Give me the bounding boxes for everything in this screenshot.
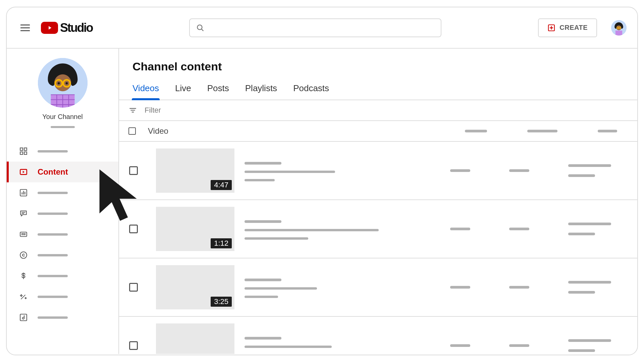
nav-label-placeholder (38, 233, 68, 236)
nav-label: Content (38, 167, 68, 177)
desc-placeholder (245, 287, 317, 290)
main-content: Channel content Videos Live Posts Playli… (119, 49, 637, 354)
video-row[interactable]: 3:25 (119, 258, 637, 317)
nav-label-placeholder (38, 192, 68, 194)
filter-bar[interactable]: Filter (119, 100, 637, 121)
cell-placeholder (509, 286, 529, 289)
sidebar-item-dashboard[interactable] (7, 141, 118, 162)
dollar-icon (19, 272, 28, 280)
sidebar-item-comments[interactable] (7, 203, 118, 224)
magic-wand-icon (19, 292, 28, 301)
title-placeholder (245, 162, 281, 165)
cell-placeholder (568, 233, 595, 235)
video-duration: 1:12 (211, 238, 232, 248)
sidebar: Your Channel Content (7, 49, 119, 354)
channel-block: Your Channel (7, 58, 118, 133)
tab-playlists[interactable]: Playlists (245, 80, 277, 100)
svg-rect-16 (24, 152, 27, 155)
desc-placeholder (245, 179, 275, 181)
audio-library-icon (19, 313, 28, 322)
sidebar-nav: Content (7, 141, 118, 328)
nav-label-placeholder (38, 213, 68, 215)
title-placeholder (245, 337, 281, 340)
svg-point-11 (57, 82, 60, 84)
row-checkbox[interactable] (129, 283, 138, 292)
header-bar: Studio CREATE (7, 7, 637, 49)
search-field[interactable] (189, 18, 441, 37)
video-thumbnail[interactable]: 3:25 (156, 265, 234, 309)
logo[interactable]: Studio (41, 21, 93, 35)
svg-rect-13 (20, 148, 23, 150)
video-meta (245, 220, 419, 240)
desc-placeholder (245, 346, 332, 348)
video-list: 4:47 (119, 142, 637, 354)
subtitles-icon (19, 230, 28, 239)
cell-placeholder (568, 349, 595, 352)
tab-posts[interactable]: Posts (207, 80, 229, 100)
video-duration: 4:47 (211, 180, 232, 190)
account-avatar[interactable] (611, 20, 627, 36)
search-icon (196, 23, 205, 32)
copyright-icon (19, 251, 28, 259)
cell-placeholder (509, 344, 529, 347)
channel-avatar[interactable] (38, 58, 88, 108)
video-meta (245, 162, 419, 181)
channel-handle-placeholder (51, 126, 75, 128)
video-thumbnail[interactable]: 5:47 (156, 323, 234, 354)
tab-videos[interactable]: Videos (132, 80, 159, 100)
select-all-checkbox[interactable] (128, 127, 136, 135)
sidebar-item-earn[interactable] (7, 265, 118, 286)
svg-rect-6 (615, 31, 622, 36)
cell-placeholder (450, 169, 470, 172)
column-placeholder (465, 130, 487, 132)
table-header: Video (119, 121, 637, 142)
youtube-play-icon (41, 22, 58, 34)
sidebar-item-copyright[interactable] (7, 245, 118, 265)
dashboard-icon (19, 147, 28, 156)
tab-live[interactable]: Live (175, 80, 191, 100)
create-button[interactable]: CREATE (538, 18, 597, 37)
column-placeholder (527, 130, 557, 132)
nav-label-placeholder (38, 275, 68, 277)
nav-label-placeholder (38, 254, 68, 256)
sidebar-item-customization[interactable] (7, 286, 118, 307)
cell-placeholder (509, 228, 529, 230)
comments-icon (19, 209, 28, 218)
video-thumbnail[interactable]: 1:12 (156, 207, 234, 251)
row-checkbox[interactable] (129, 341, 138, 350)
cell-placeholder (450, 228, 470, 230)
create-label: CREATE (559, 24, 588, 32)
svg-point-12 (65, 82, 68, 84)
sidebar-item-content[interactable]: Content (7, 162, 118, 182)
sidebar-item-subtitles[interactable] (7, 224, 118, 245)
desc-placeholder (245, 229, 379, 231)
column-placeholder (598, 130, 617, 132)
row-checkbox[interactable] (129, 166, 138, 175)
content-icon (19, 168, 28, 176)
svg-point-20 (20, 252, 27, 258)
sidebar-item-analytics[interactable] (7, 182, 118, 203)
row-checkbox[interactable] (129, 225, 138, 233)
nav-label-placeholder (38, 316, 68, 319)
video-thumbnail[interactable]: 4:47 (156, 148, 234, 193)
svg-rect-15 (20, 152, 23, 155)
hamburger-menu[interactable] (17, 20, 33, 36)
avatar-illustration (38, 58, 88, 108)
title-placeholder (245, 220, 281, 223)
filter-label: Filter (145, 106, 161, 115)
title-placeholder (245, 279, 281, 281)
tab-podcasts[interactable]: Podcasts (293, 80, 329, 100)
cell-placeholder (568, 223, 611, 225)
cell-placeholder (509, 169, 529, 172)
video-row[interactable]: 4:47 (119, 142, 637, 200)
video-row[interactable]: 1:12 (119, 200, 637, 258)
sidebar-item-audio-library[interactable] (7, 307, 118, 328)
video-meta (245, 337, 419, 354)
cell-placeholder (568, 281, 611, 284)
video-row[interactable]: 5:47 (119, 317, 637, 354)
desc-placeholder (245, 171, 335, 173)
cell-placeholder (450, 344, 470, 347)
cell-placeholder (568, 164, 611, 167)
desc-placeholder (245, 296, 278, 298)
search-input[interactable] (209, 23, 435, 32)
